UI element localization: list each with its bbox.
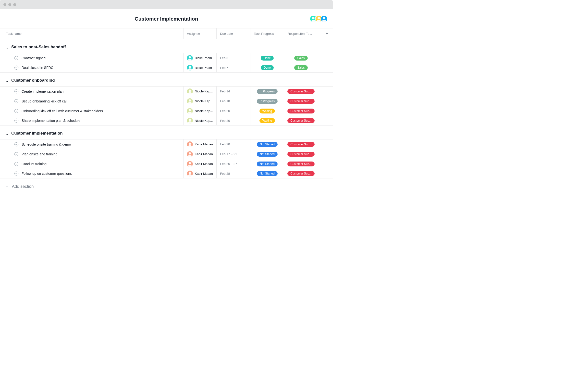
due-date-cell[interactable]: Feb 28 [216, 169, 250, 178]
task-progress-cell[interactable]: Not Started [250, 139, 284, 149]
task-row[interactable]: Conduct trainingKabir MadanFeb 25 – 27No… [0, 159, 333, 169]
responsible-team-cell[interactable]: Sales [284, 63, 318, 72]
due-date-cell[interactable]: Feb 20 [216, 106, 250, 116]
task-row[interactable]: Share implementation plan & scheduleNico… [0, 116, 333, 125]
add-column-button[interactable]: + [318, 28, 332, 39]
add-section-label: Add section [12, 184, 34, 189]
assignee-cell[interactable]: Nicole Kap... [183, 96, 216, 106]
task-progress-cell[interactable]: Waiting [250, 116, 284, 125]
responsible-team-cell[interactable]: Customer Suc... [284, 106, 318, 116]
task-row[interactable]: Onboarding kick off call with customer &… [0, 106, 333, 116]
complete-task-icon[interactable] [14, 99, 19, 103]
column-responsible-team[interactable]: Responsible Te... [284, 28, 318, 39]
complete-task-icon[interactable] [14, 171, 19, 176]
due-date-cell[interactable]: Feb 17 – 21 [216, 149, 250, 159]
due-date-cell[interactable]: Feb 20 [216, 116, 250, 125]
section-header[interactable]: Customer implementation [0, 125, 333, 139]
column-due-date[interactable]: Due date [216, 28, 250, 39]
assignee-cell[interactable]: Kabir Madan [183, 159, 216, 169]
complete-task-icon[interactable] [14, 162, 19, 166]
team-pill: Customer Suc... [287, 171, 314, 176]
column-task-progress[interactable]: Task Progress [250, 28, 284, 39]
responsible-team-cell[interactable]: Customer Suc... [284, 169, 318, 178]
responsible-team-cell[interactable]: Sales [284, 53, 318, 63]
task-row[interactable]: Deal closed in SFDCBlake PhamFeb 7DoneSa… [0, 63, 333, 73]
task-row[interactable]: Follow up on customer questionsKabir Mad… [0, 169, 333, 178]
responsible-team-cell[interactable]: Customer Suc... [284, 159, 318, 169]
avatar [187, 55, 193, 61]
window-dot-close[interactable] [3, 3, 6, 6]
task-row[interactable]: Set up onboarding kick off callNicole Ka… [0, 96, 333, 106]
task-name-cell[interactable]: Schedule onsite training & demo [0, 139, 183, 149]
responsible-team-cell[interactable]: Customer Suc... [284, 96, 318, 106]
team-pill: Customer Suc... [287, 89, 314, 94]
task-progress-cell[interactable]: Not Started [250, 169, 284, 178]
empty-cell [318, 87, 332, 96]
complete-task-icon[interactable] [14, 142, 19, 147]
assignee-cell[interactable]: Nicole Kap... [183, 116, 216, 125]
svg-point-23 [189, 99, 191, 101]
due-date: Feb 18 [220, 99, 230, 103]
assignee-cell[interactable]: Nicole Kap... [183, 87, 216, 96]
complete-task-icon[interactable] [14, 118, 19, 123]
task-progress-cell[interactable]: Not Started [250, 149, 284, 159]
due-date-cell[interactable]: Feb 7 [216, 63, 250, 72]
complete-task-icon[interactable] [14, 56, 19, 60]
assignee-cell[interactable]: Kabir Madan [183, 169, 216, 178]
task-progress-cell[interactable]: Done [250, 63, 284, 72]
task-progress-cell[interactable]: Done [250, 53, 284, 63]
responsible-team-cell[interactable]: Customer Suc... [284, 139, 318, 149]
task-name-cell[interactable]: Share implementation plan & schedule [0, 116, 183, 125]
task-name-cell[interactable]: Plan onsite and training [0, 149, 183, 159]
due-date: Feb 20 [220, 142, 230, 146]
task-name-cell[interactable]: Follow up on customer questions [0, 169, 183, 178]
task-name-cell[interactable]: Set up onboarding kick off call [0, 96, 183, 106]
complete-task-icon[interactable] [14, 152, 19, 156]
assignee-cell[interactable]: Blake Pham [183, 53, 216, 63]
assignee-cell[interactable]: Kabir Madan [183, 149, 216, 159]
column-assignee[interactable]: Assignee [183, 28, 216, 39]
due-date-cell[interactable]: Feb 25 – 27 [216, 159, 250, 169]
due-date-cell[interactable]: Feb 6 [216, 53, 250, 63]
assignee-cell[interactable]: Blake Pham [183, 63, 216, 72]
task-name-cell[interactable]: Deal closed in SFDC [0, 63, 183, 72]
assignee-name: Nicole Kap... [195, 99, 213, 103]
task-row[interactable]: Schedule onsite training & demoKabir Mad… [0, 139, 333, 149]
assignee-cell[interactable]: Kabir Madan [183, 139, 216, 149]
task-row[interactable]: Plan onsite and trainingKabir MadanFeb 1… [0, 149, 333, 159]
add-section-button[interactable]: + Add section [0, 178, 333, 194]
svg-point-13 [14, 66, 18, 69]
complete-task-icon[interactable] [14, 89, 19, 94]
task-name-cell[interactable]: Contract signed [0, 53, 183, 63]
responsible-team-cell[interactable]: Customer Suc... [284, 87, 318, 96]
task-progress-cell[interactable]: Not Started [250, 159, 284, 169]
column-task-name[interactable]: Task name [0, 28, 183, 39]
assignee-name: Nicole Kap... [195, 89, 213, 93]
task-progress-cell[interactable]: In Progress [250, 87, 284, 96]
section-header[interactable]: Sales to post-Sales handoff [0, 39, 333, 53]
task-progress-cell[interactable]: Waiting [250, 106, 284, 116]
task-row[interactable]: Contract signedBlake PhamFeb 6DoneSales [0, 53, 333, 63]
progress-pill: In Progress [257, 89, 278, 94]
task-name-cell[interactable]: Create implementation plan [0, 87, 183, 96]
due-date-cell[interactable]: Feb 20 [216, 139, 250, 149]
due-date-cell[interactable]: Feb 14 [216, 87, 250, 96]
assignee-cell[interactable]: Nicole Kap... [183, 106, 216, 116]
window-dot-minimize[interactable] [8, 3, 11, 6]
task-name: Set up onboarding kick off call [22, 99, 67, 103]
avatar[interactable] [320, 15, 328, 23]
window-dot-zoom[interactable] [13, 3, 16, 6]
responsible-team-cell[interactable]: Customer Suc... [284, 116, 318, 125]
task-name-cell[interactable]: Conduct training [0, 159, 183, 169]
complete-task-icon[interactable] [14, 109, 19, 113]
section-header[interactable]: Customer onboarding [0, 73, 333, 86]
progress-pill: Not Started [257, 171, 278, 176]
task-name: Deal closed in SFDC [22, 66, 53, 70]
complete-task-icon[interactable] [14, 65, 19, 70]
task-name-cell[interactable]: Onboarding kick off call with customer &… [0, 106, 183, 116]
task-progress-cell[interactable]: In Progress [250, 96, 284, 106]
due-date-cell[interactable]: Feb 18 [216, 96, 250, 106]
responsible-team-cell[interactable]: Customer Suc... [284, 149, 318, 159]
task-row[interactable]: Create implementation planNicole Kap...F… [0, 86, 333, 96]
svg-point-37 [14, 152, 18, 156]
